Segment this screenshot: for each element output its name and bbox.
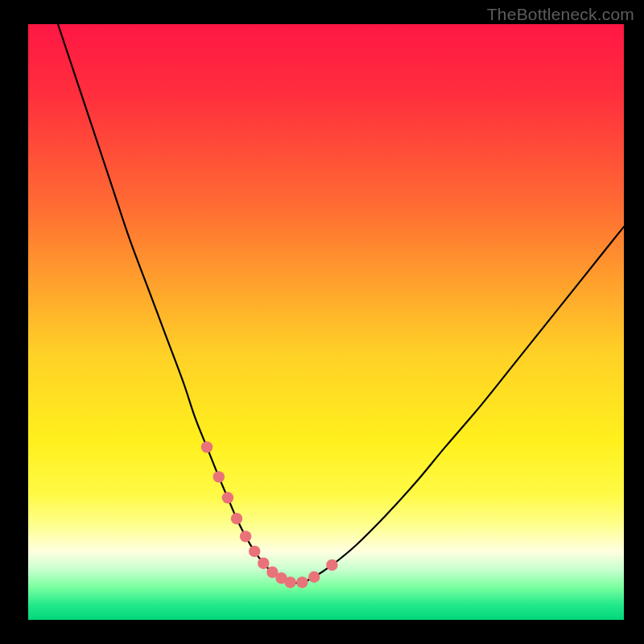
- chart-frame: TheBottleneck.com: [0, 0, 644, 644]
- highlight-dot: [326, 559, 337, 571]
- highlight-dot: [249, 546, 260, 557]
- highlight-dot: [231, 513, 242, 524]
- highlight-dot: [258, 558, 269, 569]
- highlight-dot: [308, 572, 320, 583]
- bottleneck-chart: [28, 24, 624, 620]
- highlight-dot: [240, 530, 251, 542]
- highlight-dot: [296, 576, 308, 588]
- highlight-dot: [222, 492, 233, 503]
- highlight-dot: [213, 471, 225, 482]
- highlight-dot: [201, 441, 213, 452]
- highlight-dot: [284, 576, 295, 588]
- watermark-text: TheBottleneck.com: [487, 5, 634, 24]
- plot-background: [28, 24, 624, 620]
